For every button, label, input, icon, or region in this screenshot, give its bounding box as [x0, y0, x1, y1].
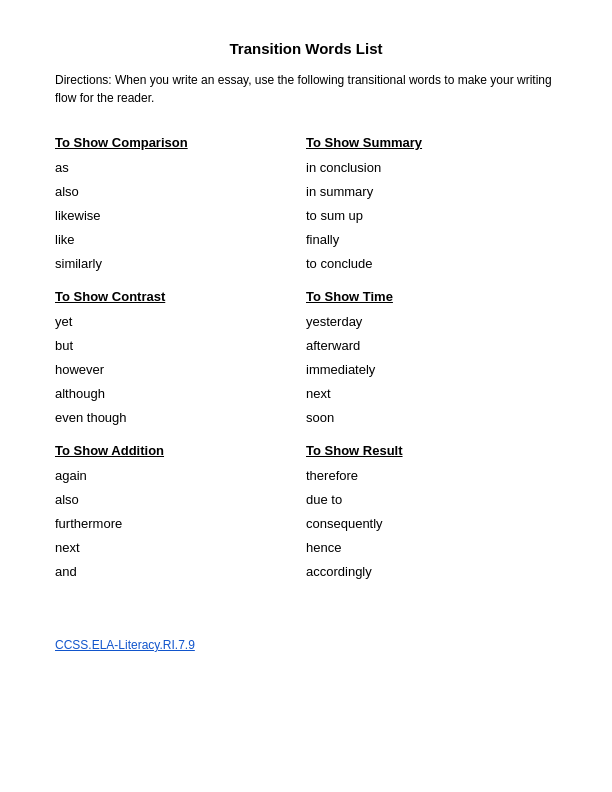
list-item: afterward	[306, 338, 557, 353]
list-item: to sum up	[306, 208, 557, 223]
list-item: therefore	[306, 468, 557, 483]
list-item: hence	[306, 540, 557, 555]
right-section-header-1: To Show Time	[306, 289, 557, 304]
list-item: consequently	[306, 516, 557, 531]
list-item: also	[55, 492, 306, 507]
list-item: to conclude	[306, 256, 557, 271]
list-item: yesterday	[306, 314, 557, 329]
standards-link[interactable]: CCSS.ELA-Literacy.RI.7.9	[55, 638, 195, 652]
list-item: next	[306, 386, 557, 401]
left-section-header-1: To Show Contrast	[55, 289, 306, 304]
right-column: To Show Summaryin conclusionin summaryto…	[306, 135, 557, 588]
list-item: but	[55, 338, 306, 353]
list-item: although	[55, 386, 306, 401]
list-item: in summary	[306, 184, 557, 199]
list-item: finally	[306, 232, 557, 247]
list-item: in conclusion	[306, 160, 557, 175]
list-item: and	[55, 564, 306, 579]
list-item: however	[55, 362, 306, 377]
list-item: like	[55, 232, 306, 247]
list-item: immediately	[306, 362, 557, 377]
list-item: due to	[306, 492, 557, 507]
left-column: To Show Comparisonasalsolikewiselikesimi…	[55, 135, 306, 588]
list-item: similarly	[55, 256, 306, 271]
list-item: again	[55, 468, 306, 483]
list-item: soon	[306, 410, 557, 425]
left-section-header-2: To Show Addition	[55, 443, 306, 458]
right-section-header-0: To Show Summary	[306, 135, 557, 150]
list-item: accordingly	[306, 564, 557, 579]
list-item: likewise	[55, 208, 306, 223]
main-columns: To Show Comparisonasalsolikewiselikesimi…	[55, 135, 557, 588]
page-title: Transition Words List	[55, 40, 557, 57]
list-item: next	[55, 540, 306, 555]
list-item: furthermore	[55, 516, 306, 531]
right-section-header-2: To Show Result	[306, 443, 557, 458]
directions: Directions: When you write an essay, use…	[55, 71, 557, 107]
list-item: yet	[55, 314, 306, 329]
list-item: even though	[55, 410, 306, 425]
left-section-header-0: To Show Comparison	[55, 135, 306, 150]
list-item: also	[55, 184, 306, 199]
list-item: as	[55, 160, 306, 175]
